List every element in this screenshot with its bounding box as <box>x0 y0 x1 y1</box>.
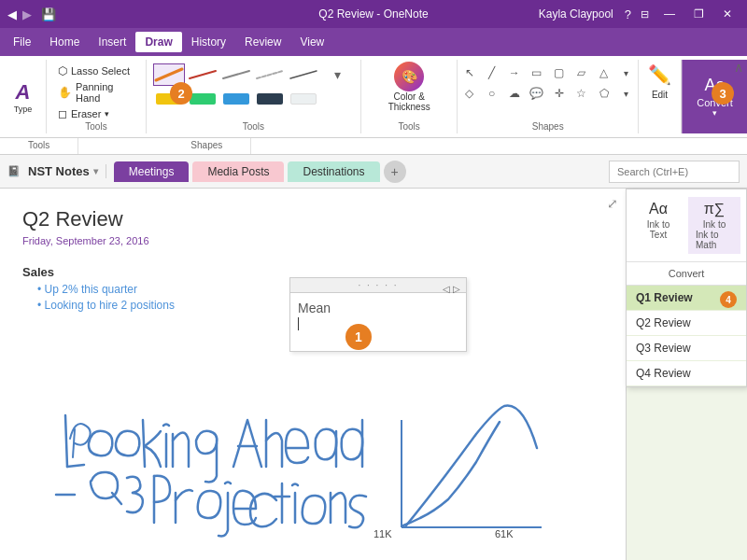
menu-review[interactable]: Review <box>235 32 290 52</box>
shape-tri[interactable]: △ <box>594 63 614 82</box>
svg-line-1 <box>190 71 216 78</box>
add-tab-button[interactable]: + <box>384 161 406 183</box>
ribbon-collapse-button[interactable]: ∧ <box>734 60 743 75</box>
lasso-select-button[interactable]: ⬡ Lasso Select <box>54 63 138 78</box>
title-bar-title: Q2 Review - OneNote <box>318 7 428 21</box>
tab-meetings[interactable]: Meetings <box>114 161 190 182</box>
shape-star[interactable]: ☆ <box>571 84 592 103</box>
help-button[interactable]: ? <box>625 7 631 21</box>
text-cursor <box>298 317 299 330</box>
shape-rounded-rect[interactable]: ▢ <box>549 63 570 82</box>
save-icon[interactable]: 💾 <box>41 7 56 21</box>
shapes-label: Shapes <box>532 121 564 133</box>
section-labels: Tools Shapes <box>0 138 747 155</box>
convert-dropdown-header: Aα Ink to Text π∑ Ink to Ink to Math <box>627 189 746 262</box>
convert-dropdown: Aα Ink to Text π∑ Ink to Ink to Math Con… <box>626 189 747 387</box>
color-light[interactable] <box>288 88 319 110</box>
color-thickness-icon: 🎨 <box>394 62 424 91</box>
menu-file[interactable]: File <box>4 32 40 52</box>
convert-label[interactable]: Convert <box>627 262 746 286</box>
callout-1: 1 <box>345 324 372 350</box>
shape-plus[interactable]: ✛ <box>549 84 570 103</box>
shape-cursor[interactable]: ↖ <box>459 63 480 82</box>
sidebar: Aα Ink to Text π∑ Ink to Ink to Math Con… <box>626 189 747 560</box>
expand-button[interactable]: ⤢ <box>607 196 618 211</box>
svg-line-3 <box>257 71 283 78</box>
ribbon: A Type ⬡ Lasso Select ✋ Panning Hand ◻ E… <box>0 56 747 155</box>
maximize-button[interactable]: ❐ <box>686 7 712 21</box>
handwriting-area <box>19 373 560 541</box>
page-q4-review[interactable]: Q4 Review <box>627 361 746 386</box>
ribbon-tools-section: ⬡ Lasso Select ✋ Panning Hand ◻ Eraser ▾… <box>47 60 147 133</box>
mean-box: · · · · · ◁ ▷ Mean <box>289 277 467 352</box>
type-button[interactable]: A Type <box>10 77 36 118</box>
convert-dropdown-arrow[interactable]: ▾ <box>712 108 717 118</box>
pen-tools-label: Tools <box>243 121 264 133</box>
color-dark[interactable] <box>254 88 286 110</box>
ribbon-shapes-section: ↖ ╱ → ▭ ▢ ▱ △ ▾ ◇ ○ ☁ 💬 ✛ ☆ ⬠ ▾ <box>458 60 639 133</box>
page-title: Q2 Review <box>22 207 603 231</box>
pen-3[interactable] <box>220 63 252 86</box>
chart-x2-label: 61K <box>495 528 514 539</box>
page-q3-review[interactable]: Q3 Review <box>627 336 746 361</box>
shape-rect[interactable]: ▭ <box>527 63 547 82</box>
ink-to-text-icon: Aα <box>649 201 668 217</box>
page-date: Friday, September 23, 2016 <box>22 235 603 246</box>
menu-insert[interactable]: Insert <box>89 32 135 52</box>
shape-line[interactable]: ╱ <box>482 63 502 82</box>
color-blue[interactable] <box>220 88 252 110</box>
callout-3: 3 <box>712 82 734 105</box>
pen-4[interactable] <box>254 63 286 86</box>
shape-penta[interactable]: ⬠ <box>594 84 614 103</box>
page-q1-review[interactable]: Q1 Review 4 <box>627 286 746 311</box>
tools-label2: Tools <box>398 121 419 133</box>
panning-hand-button[interactable]: ✋ Panning Hand <box>54 80 138 105</box>
back-button[interactable]: ◀ <box>7 7 17 21</box>
user-name: Kayla Claypool <box>539 7 613 21</box>
menu-draw[interactable]: Draw <box>135 32 181 52</box>
tab-media-posts[interactable]: Media Posts <box>192 161 284 182</box>
edit-button[interactable]: ✏️ Edit <box>639 60 682 133</box>
ink-to-math-option[interactable]: π∑ Ink to Ink to Math <box>688 197 740 254</box>
title-bar-right: Kayla Claypool ? ⊟ — ❐ ✕ <box>539 7 740 21</box>
menu-view[interactable]: View <box>290 32 333 52</box>
shape-para[interactable]: ▱ <box>571 63 592 82</box>
shape-arrow[interactable]: → <box>504 63 525 82</box>
mean-box-header: · · · · · <box>290 278 466 293</box>
callout-2: 2 <box>170 82 192 105</box>
mean-box-content: Mean <box>290 293 466 338</box>
shapes-section-label: Shapes <box>78 138 251 154</box>
shape-callout[interactable]: 💬 <box>527 84 547 103</box>
title-bar: ◀ ▶ 💾 Q2 Review - OneNote Kayla Claypool… <box>0 0 747 28</box>
search-input[interactable] <box>609 161 740 183</box>
pen-2[interactable] <box>187 63 218 86</box>
minimize-button[interactable]: — <box>656 7 683 21</box>
notebook-bar: 📓 NST Notes ▾ Meetings Media Posts Desti… <box>0 155 747 189</box>
menu-home[interactable]: Home <box>40 32 89 52</box>
page-q2-review[interactable]: Q2 Review <box>627 311 746 336</box>
edit-icon: ✏️ <box>648 63 671 86</box>
title-bar-left: ◀ ▶ 💾 <box>7 7 56 21</box>
notebook-name[interactable]: 📓 NST Notes ▾ <box>7 164 106 178</box>
pen-expand[interactable]: ▾ <box>321 63 353 86</box>
callout-4: 4 <box>720 291 737 308</box>
notebook-dropdown-arrow[interactable]: ▾ <box>93 166 98 176</box>
shape-expand2[interactable]: ▾ <box>616 84 637 103</box>
eraser-button[interactable]: ◻ Eraser ▾ <box>54 106 138 121</box>
svg-line-2 <box>223 71 249 78</box>
ribbon-color-section: 🎨 Color & Thickness Tools <box>361 60 458 133</box>
pen-5[interactable] <box>288 63 319 86</box>
color-thickness-button[interactable]: 🎨 Color & Thickness <box>369 60 449 114</box>
menu-history[interactable]: History <box>182 32 235 52</box>
shape-cloud[interactable]: ☁ <box>504 84 525 103</box>
shapes-expand[interactable]: ▾ <box>616 63 637 82</box>
close-button[interactable]: ✕ <box>715 7 740 21</box>
tab-destinations[interactable]: Destinations <box>288 161 379 182</box>
shape-diamond[interactable]: ◇ <box>459 84 480 103</box>
svg-line-0 <box>156 69 182 80</box>
forward-button[interactable]: ▶ <box>22 7 32 21</box>
restore-small-button[interactable]: ⊟ <box>641 8 649 21</box>
tools-label: Tools <box>85 121 106 133</box>
ink-to-text-option[interactable]: Aα Ink to Text <box>632 197 684 254</box>
shape-circle[interactable]: ○ <box>482 84 502 103</box>
